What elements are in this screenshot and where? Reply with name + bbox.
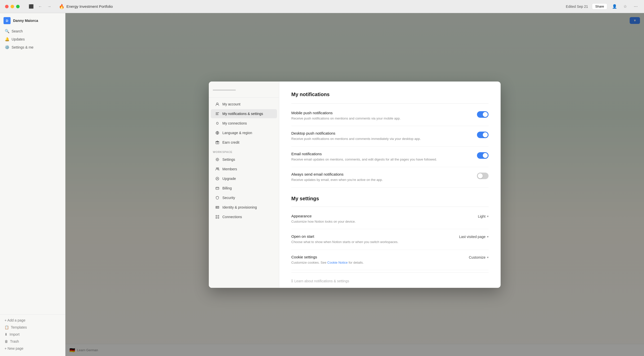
star-icon[interactable]: ☆ [622, 3, 628, 10]
toggle-thumb-desktop-push [483, 132, 488, 137]
modal-nav-my-account[interactable]: My account [211, 100, 277, 109]
modal-nav-earn-credit[interactable]: Earn credit [211, 138, 277, 147]
svg-point-8 [216, 207, 217, 208]
share-button[interactable]: Share [592, 3, 607, 10]
toggle-desktop-push[interactable] [477, 132, 489, 138]
notification-row-mobile-push: Mobile push notifications Receive push n… [291, 106, 489, 126]
settings-desc-appearance: Customize how Notion looks on your devic… [291, 219, 356, 224]
sidebar-item-settings[interactable]: ⚙️ Settings & me [1, 43, 64, 51]
toggle-always-email[interactable] [477, 173, 489, 179]
settings-label-cookie: Cookie settings [291, 255, 364, 259]
fullscreen-button[interactable] [16, 5, 20, 8]
settings-text-open-on-start: Open on start Choose what to show when N… [291, 234, 398, 245]
toggle-email[interactable] [477, 152, 489, 159]
modal-nav-settings[interactable]: Settings [211, 155, 277, 164]
learn-link[interactable]: ℹ Learn about notifications & settings [291, 279, 489, 283]
toggle-thumb-email [483, 153, 488, 158]
modal-nav-notifications[interactable]: My notifications & settings [211, 109, 277, 118]
settings-text-appearance: Appearance Customize how Notion looks on… [291, 214, 356, 224]
templates-icon: 📋 [5, 325, 9, 329]
chevron-down-icon-3: ▾ [487, 256, 489, 259]
main-content: ▼ ▬▬▬▬▬▬▬ [65, 13, 644, 356]
svg-rect-12 [218, 217, 219, 218]
user-name: Danny Maiorca [13, 19, 38, 23]
sidebar-item-new-page[interactable]: + New page [1, 345, 64, 352]
updates-icon: 🔔 [5, 37, 10, 42]
notifications-nav-icon [215, 111, 220, 116]
modal-nav-security[interactable]: Security [211, 193, 277, 202]
appearance-dropdown[interactable]: Light ▾ [478, 214, 489, 218]
svg-rect-7 [216, 187, 219, 189]
sidebar-item-add-page[interactable]: + Add a page [1, 317, 64, 324]
cookie-notice-link[interactable]: Cookie Notice [327, 261, 348, 264]
notifications-section-title: My notifications [291, 92, 489, 97]
modal-nav-language[interactable]: Language & region [211, 128, 277, 137]
user-icon[interactable]: 👤 [611, 3, 618, 10]
sidebar-item-templates[interactable]: 📋 Templates [1, 324, 64, 331]
back-arrow-icon[interactable]: ← [37, 3, 44, 10]
globe-icon [215, 130, 220, 135]
more-options-icon[interactable]: ⋯ [632, 3, 639, 10]
sidebar-item-import[interactable]: ⬇ Import [1, 331, 64, 338]
notif-text-email: Email notifications Receive email update… [291, 152, 477, 162]
svg-point-6 [216, 177, 219, 180]
sidebar-item-trash[interactable]: 🗑 Trash [1, 338, 64, 345]
forward-arrow-icon[interactable]: → [46, 3, 53, 10]
modal-nav-members[interactable]: Members [211, 165, 277, 174]
sidebar-user[interactable]: D Danny Maiorca [0, 15, 65, 26]
notif-desc-mobile-push: Receive push notifications on mentions a… [291, 116, 477, 121]
modal-overlay[interactable]: ▬▬▬▬▬▬▬ My account [65, 13, 644, 356]
notif-desc-always-email: Receive updates by email, even when you'… [291, 177, 477, 182]
modal-nav-upgrade[interactable]: Upgrade [211, 174, 277, 183]
titlebar-right: Edited Sep 21 Share 👤 ☆ ⋯ [566, 3, 639, 10]
chevron-down-icon: ▾ [487, 215, 489, 218]
minimize-button[interactable] [11, 5, 14, 8]
divider-2 [291, 207, 489, 207]
modal-nav-connections-ws[interactable]: Connections [211, 212, 277, 221]
edited-label: Edited Sep 21 [566, 5, 588, 9]
settings-label-appearance: Appearance [291, 214, 356, 218]
notification-row-email: Email notifications Receive email update… [291, 147, 489, 167]
connections-ws-icon [215, 214, 220, 219]
settings-label-open-on-start: Open on start [291, 234, 398, 239]
sidebar-toggle-icon[interactable]: ⬛ [28, 3, 35, 10]
modal-nav-identity[interactable]: Identity & provisioning [211, 203, 277, 212]
sidebar-bottom: + Add a page 📋 Templates ⬇ Import 🗑 Tras… [0, 314, 65, 354]
toggle-mobile-push[interactable] [477, 111, 489, 118]
chevron-down-icon-2: ▾ [487, 235, 489, 239]
connections-nav-icon [215, 121, 220, 126]
settings-nav-icon [215, 157, 220, 162]
sidebar-item-search[interactable]: 🔍 Search [1, 27, 64, 35]
toggle-thumb-mobile-push [483, 112, 488, 117]
modal-nav-billing[interactable]: Billing [211, 184, 277, 193]
notif-text-mobile-push: Mobile push notifications Receive push n… [291, 111, 477, 121]
toggle-thumb-always-email [478, 173, 483, 178]
open-on-start-dropdown[interactable]: Last visited page ▾ [459, 235, 489, 239]
members-icon [215, 167, 220, 172]
titlebar-title: 🔥 Energy Investment Portfolio [59, 4, 113, 9]
divider-3 [291, 272, 489, 272]
identity-icon [215, 205, 220, 210]
fire-icon: 🔥 [59, 4, 64, 9]
modal-nav-connections[interactable]: My connections [211, 119, 277, 128]
modal-user-section: ▬▬▬▬▬▬▬ [209, 86, 279, 98]
settings-section-title: My settings [291, 196, 489, 202]
notif-text-desktop-push: Desktop push notifications Receive push … [291, 131, 477, 141]
trash-icon: 🗑 [5, 339, 8, 343]
svg-rect-11 [216, 217, 217, 218]
settings-icon: ⚙️ [5, 45, 10, 50]
close-button[interactable] [5, 5, 9, 8]
svg-rect-10 [218, 215, 219, 216]
settings-text-cookie: Cookie settings Customize cookies. See C… [291, 255, 364, 265]
cookie-dropdown[interactable]: Customize ▾ [469, 255, 489, 259]
sidebar-item-updates[interactable]: 🔔 Updates [1, 35, 64, 43]
notification-row-always-email: Always send email notifications Receive … [291, 167, 489, 188]
svg-point-5 [218, 168, 219, 169]
search-icon: 🔍 [5, 29, 10, 34]
account-icon [215, 102, 220, 107]
svg-rect-9 [216, 215, 217, 216]
settings-modal: ▬▬▬▬▬▬▬ My account [209, 82, 501, 288]
divider-1 [291, 103, 489, 104]
app-container: D Danny Maiorca 🔍 Search 🔔 Updates ⚙️ Se… [0, 13, 644, 356]
notif-label-desktop-push: Desktop push notifications [291, 131, 477, 135]
